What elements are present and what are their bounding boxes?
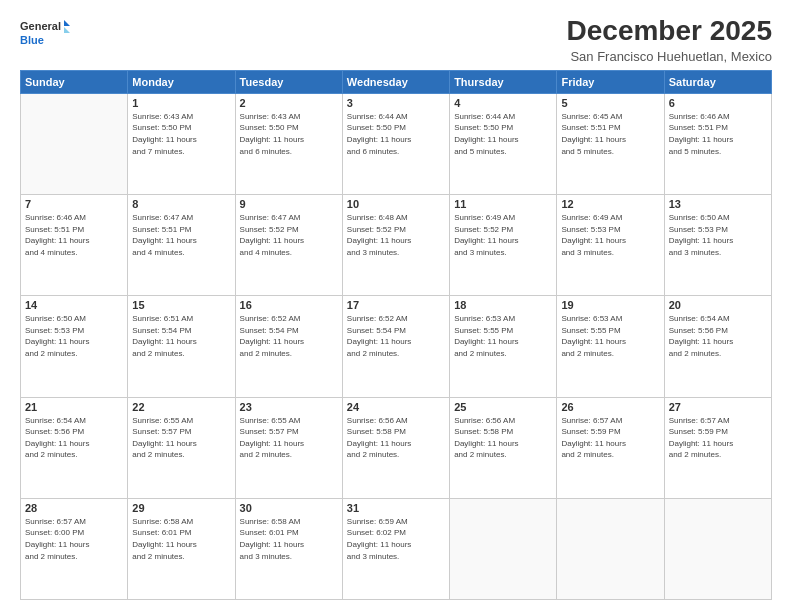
- calendar-cell: 19Sunrise: 6:53 AM Sunset: 5:55 PM Dayli…: [557, 296, 664, 397]
- day-number: 2: [240, 97, 338, 109]
- calendar-cell: 8Sunrise: 6:47 AM Sunset: 5:51 PM Daylig…: [128, 195, 235, 296]
- calendar-cell: [450, 498, 557, 599]
- day-number: 13: [669, 198, 767, 210]
- calendar-cell: 22Sunrise: 6:55 AM Sunset: 5:57 PM Dayli…: [128, 397, 235, 498]
- day-info: Sunrise: 6:50 AM Sunset: 5:53 PM Dayligh…: [25, 313, 123, 359]
- day-number: 29: [132, 502, 230, 514]
- svg-marker-2: [64, 20, 70, 26]
- day-number: 9: [240, 198, 338, 210]
- logo-svg: General Blue: [20, 16, 70, 52]
- day-number: 19: [561, 299, 659, 311]
- day-number: 1: [132, 97, 230, 109]
- header: General Blue December 2025 San Francisco…: [20, 16, 772, 64]
- calendar-cell: 14Sunrise: 6:50 AM Sunset: 5:53 PM Dayli…: [21, 296, 128, 397]
- day-info: Sunrise: 6:56 AM Sunset: 5:58 PM Dayligh…: [454, 415, 552, 461]
- day-number: 17: [347, 299, 445, 311]
- month-title: December 2025: [567, 16, 772, 47]
- day-number: 10: [347, 198, 445, 210]
- day-number: 26: [561, 401, 659, 413]
- day-info: Sunrise: 6:55 AM Sunset: 5:57 PM Dayligh…: [240, 415, 338, 461]
- week-row-2: 7Sunrise: 6:46 AM Sunset: 5:51 PM Daylig…: [21, 195, 772, 296]
- calendar-cell: 28Sunrise: 6:57 AM Sunset: 6:00 PM Dayli…: [21, 498, 128, 599]
- day-info: Sunrise: 6:52 AM Sunset: 5:54 PM Dayligh…: [347, 313, 445, 359]
- day-info: Sunrise: 6:58 AM Sunset: 6:01 PM Dayligh…: [132, 516, 230, 562]
- day-number: 22: [132, 401, 230, 413]
- header-friday: Friday: [557, 70, 664, 93]
- day-info: Sunrise: 6:54 AM Sunset: 5:56 PM Dayligh…: [25, 415, 123, 461]
- calendar-cell: 21Sunrise: 6:54 AM Sunset: 5:56 PM Dayli…: [21, 397, 128, 498]
- day-number: 12: [561, 198, 659, 210]
- calendar-cell: 9Sunrise: 6:47 AM Sunset: 5:52 PM Daylig…: [235, 195, 342, 296]
- day-info: Sunrise: 6:57 AM Sunset: 5:59 PM Dayligh…: [561, 415, 659, 461]
- calendar-cell: 16Sunrise: 6:52 AM Sunset: 5:54 PM Dayli…: [235, 296, 342, 397]
- page: General Blue December 2025 San Francisco…: [0, 0, 792, 612]
- calendar-cell: 13Sunrise: 6:50 AM Sunset: 5:53 PM Dayli…: [664, 195, 771, 296]
- calendar-cell: 29Sunrise: 6:58 AM Sunset: 6:01 PM Dayli…: [128, 498, 235, 599]
- day-number: 25: [454, 401, 552, 413]
- day-number: 3: [347, 97, 445, 109]
- day-number: 4: [454, 97, 552, 109]
- calendar-cell: [664, 498, 771, 599]
- day-info: Sunrise: 6:44 AM Sunset: 5:50 PM Dayligh…: [347, 111, 445, 157]
- calendar-cell: 12Sunrise: 6:49 AM Sunset: 5:53 PM Dayli…: [557, 195, 664, 296]
- day-info: Sunrise: 6:54 AM Sunset: 5:56 PM Dayligh…: [669, 313, 767, 359]
- week-row-5: 28Sunrise: 6:57 AM Sunset: 6:00 PM Dayli…: [21, 498, 772, 599]
- day-info: Sunrise: 6:49 AM Sunset: 5:52 PM Dayligh…: [454, 212, 552, 258]
- day-info: Sunrise: 6:52 AM Sunset: 5:54 PM Dayligh…: [240, 313, 338, 359]
- day-number: 28: [25, 502, 123, 514]
- day-number: 8: [132, 198, 230, 210]
- day-info: Sunrise: 6:51 AM Sunset: 5:54 PM Dayligh…: [132, 313, 230, 359]
- calendar-cell: 3Sunrise: 6:44 AM Sunset: 5:50 PM Daylig…: [342, 93, 449, 194]
- day-info: Sunrise: 6:43 AM Sunset: 5:50 PM Dayligh…: [132, 111, 230, 157]
- week-row-4: 21Sunrise: 6:54 AM Sunset: 5:56 PM Dayli…: [21, 397, 772, 498]
- calendar-cell: 23Sunrise: 6:55 AM Sunset: 5:57 PM Dayli…: [235, 397, 342, 498]
- day-number: 11: [454, 198, 552, 210]
- day-info: Sunrise: 6:57 AM Sunset: 6:00 PM Dayligh…: [25, 516, 123, 562]
- calendar-cell: 7Sunrise: 6:46 AM Sunset: 5:51 PM Daylig…: [21, 195, 128, 296]
- day-number: 16: [240, 299, 338, 311]
- header-saturday: Saturday: [664, 70, 771, 93]
- calendar-cell: 30Sunrise: 6:58 AM Sunset: 6:01 PM Dayli…: [235, 498, 342, 599]
- day-info: Sunrise: 6:59 AM Sunset: 6:02 PM Dayligh…: [347, 516, 445, 562]
- day-info: Sunrise: 6:53 AM Sunset: 5:55 PM Dayligh…: [561, 313, 659, 359]
- day-number: 6: [669, 97, 767, 109]
- svg-text:Blue: Blue: [20, 34, 44, 46]
- calendar-cell: 26Sunrise: 6:57 AM Sunset: 5:59 PM Dayli…: [557, 397, 664, 498]
- calendar-cell: 17Sunrise: 6:52 AM Sunset: 5:54 PM Dayli…: [342, 296, 449, 397]
- calendar-cell: 27Sunrise: 6:57 AM Sunset: 5:59 PM Dayli…: [664, 397, 771, 498]
- header-wednesday: Wednesday: [342, 70, 449, 93]
- day-info: Sunrise: 6:46 AM Sunset: 5:51 PM Dayligh…: [25, 212, 123, 258]
- calendar-cell: 6Sunrise: 6:46 AM Sunset: 5:51 PM Daylig…: [664, 93, 771, 194]
- day-number: 5: [561, 97, 659, 109]
- calendar-cell: 18Sunrise: 6:53 AM Sunset: 5:55 PM Dayli…: [450, 296, 557, 397]
- calendar-cell: 11Sunrise: 6:49 AM Sunset: 5:52 PM Dayli…: [450, 195, 557, 296]
- weekday-header-row: Sunday Monday Tuesday Wednesday Thursday…: [21, 70, 772, 93]
- day-info: Sunrise: 6:44 AM Sunset: 5:50 PM Dayligh…: [454, 111, 552, 157]
- day-info: Sunrise: 6:53 AM Sunset: 5:55 PM Dayligh…: [454, 313, 552, 359]
- day-number: 31: [347, 502, 445, 514]
- day-info: Sunrise: 6:47 AM Sunset: 5:51 PM Dayligh…: [132, 212, 230, 258]
- day-number: 21: [25, 401, 123, 413]
- title-section: December 2025 San Francisco Huehuetlan, …: [567, 16, 772, 64]
- day-number: 24: [347, 401, 445, 413]
- calendar-cell: 2Sunrise: 6:43 AM Sunset: 5:50 PM Daylig…: [235, 93, 342, 194]
- day-info: Sunrise: 6:47 AM Sunset: 5:52 PM Dayligh…: [240, 212, 338, 258]
- day-info: Sunrise: 6:57 AM Sunset: 5:59 PM Dayligh…: [669, 415, 767, 461]
- day-info: Sunrise: 6:43 AM Sunset: 5:50 PM Dayligh…: [240, 111, 338, 157]
- header-thursday: Thursday: [450, 70, 557, 93]
- day-info: Sunrise: 6:45 AM Sunset: 5:51 PM Dayligh…: [561, 111, 659, 157]
- header-tuesday: Tuesday: [235, 70, 342, 93]
- calendar-cell: 25Sunrise: 6:56 AM Sunset: 5:58 PM Dayli…: [450, 397, 557, 498]
- svg-text:General: General: [20, 20, 61, 32]
- day-info: Sunrise: 6:56 AM Sunset: 5:58 PM Dayligh…: [347, 415, 445, 461]
- calendar-cell: [21, 93, 128, 194]
- day-number: 20: [669, 299, 767, 311]
- week-row-3: 14Sunrise: 6:50 AM Sunset: 5:53 PM Dayli…: [21, 296, 772, 397]
- calendar-cell: 5Sunrise: 6:45 AM Sunset: 5:51 PM Daylig…: [557, 93, 664, 194]
- calendar-cell: [557, 498, 664, 599]
- day-info: Sunrise: 6:58 AM Sunset: 6:01 PM Dayligh…: [240, 516, 338, 562]
- week-row-1: 1Sunrise: 6:43 AM Sunset: 5:50 PM Daylig…: [21, 93, 772, 194]
- day-info: Sunrise: 6:55 AM Sunset: 5:57 PM Dayligh…: [132, 415, 230, 461]
- day-info: Sunrise: 6:48 AM Sunset: 5:52 PM Dayligh…: [347, 212, 445, 258]
- day-info: Sunrise: 6:46 AM Sunset: 5:51 PM Dayligh…: [669, 111, 767, 157]
